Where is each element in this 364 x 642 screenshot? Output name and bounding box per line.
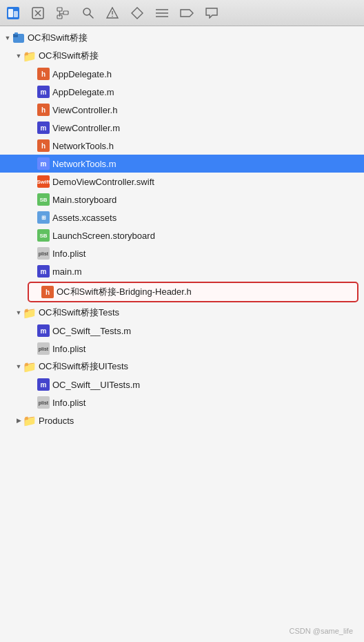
file-viewcontroller-h[interactable]: h ViewController.h	[0, 101, 364, 119]
file-label: Info.plist	[52, 344, 85, 354]
folder-products-label: Products	[39, 416, 74, 426]
folder-uitests-disclosure[interactable]	[14, 362, 23, 371]
folder-main-item[interactable]: 📁 OC和Swift桥接	[0, 47, 364, 65]
file-label: DemoViewController.swift	[52, 177, 154, 187]
h-icon: h	[37, 68, 50, 80]
folder-uitests-icon: 📁	[23, 360, 36, 373]
folder-products-disclosure[interactable]	[14, 416, 23, 425]
search-icon[interactable]	[80, 6, 95, 21]
file-label: OC和Swift桥接-Bridging-Header.h	[57, 286, 192, 298]
h-icon: h	[41, 286, 54, 298]
m-icon: m	[37, 121, 50, 134]
storyboard-icon: SB	[37, 193, 50, 206]
file-networktools-h[interactable]: h NetworkTools.h	[0, 137, 364, 155]
file-appdelegate-m[interactable]: m AppDelegate.m	[0, 83, 364, 101]
plist-icon: plist	[37, 247, 50, 260]
file-label: ViewController.h	[52, 105, 117, 115]
folder-products-item[interactable]: 📁 Products	[0, 411, 364, 429]
file-label: AppDelegate.m	[52, 87, 114, 97]
m-icon: m	[37, 86, 50, 98]
m-icon: m	[37, 265, 50, 278]
toolbar	[0, 0, 364, 26]
svg-rect-1	[8, 9, 13, 17]
folder-tests-icon: 📁	[23, 307, 36, 319]
svg-rect-8	[63, 11, 68, 14]
highlighted-bridging-header-wrapper: h OC和Swift桥接-Bridging-Header.h	[28, 282, 358, 302]
folder-products-icon: 📁	[23, 414, 36, 427]
file-main-storyboard[interactable]: SB Main.storyboard	[0, 191, 364, 208]
file-label: main.m	[52, 266, 82, 277]
file-bridging-header[interactable]: h OC和Swift桥接-Bridging-Header.h	[29, 283, 357, 301]
file-label: Info.plist	[52, 398, 85, 408]
folder-main-icon: 📁	[23, 50, 36, 62]
folder-tests-item[interactable]: 📁 OC和Swift桥接Tests	[0, 304, 364, 322]
folder-tests-label: OC和Swift桥接Tests	[39, 307, 119, 319]
svg-marker-15	[132, 8, 143, 19]
file-tree: OC和Swift桥接 📁 OC和Swift桥接 h AppDelegate.h …	[0, 26, 364, 642]
file-viewcontroller-m[interactable]: m ViewController.m	[0, 119, 364, 137]
folder-main-label: OC和Swift桥接	[39, 50, 99, 62]
project-root-item[interactable]: OC和Swift桥接	[0, 29, 364, 47]
project-label: OC和Swift桥接	[28, 32, 88, 44]
file-uitests-m[interactable]: m OC_Swift__UITests.m	[0, 376, 364, 393]
comment-icon[interactable]	[204, 6, 219, 21]
file-label: NetworkTools.m	[52, 159, 116, 169]
svg-rect-21	[14, 32, 18, 35]
folder-uitests-item[interactable]: 📁 OC和Swift桥接UITests	[0, 358, 364, 376]
folder-nav-icon[interactable]	[6, 6, 21, 21]
alert-triangle-icon[interactable]	[105, 6, 120, 21]
plist-icon: plist	[37, 396, 50, 409]
list-lines-icon[interactable]	[154, 6, 170, 21]
file-main-m[interactable]: m main.m	[0, 262, 364, 280]
tag-icon[interactable]	[179, 6, 194, 21]
watermark: CSDN @same_life	[290, 627, 353, 635]
file-info-plist-2[interactable]: plist Info.plist	[0, 340, 364, 358]
storyboard-icon: SB	[37, 229, 50, 242]
folder-tests-disclosure[interactable]	[14, 308, 23, 318]
project-icon	[12, 32, 25, 44]
m-icon: m	[37, 324, 50, 337]
file-label: Assets.xcassets	[52, 213, 117, 223]
file-tests-m[interactable]: m OC_Swift__Tests.m	[0, 322, 364, 340]
file-label: NetworkTools.h	[52, 141, 114, 151]
svg-rect-6	[57, 8, 62, 11]
h-icon: h	[37, 104, 50, 116]
xcassets-icon: ⊞	[37, 211, 50, 224]
plist-icon: plist	[37, 342, 50, 355]
warning-icon[interactable]	[30, 6, 46, 21]
file-label: Main.storyboard	[52, 195, 117, 205]
swift-icon: Swift	[37, 175, 50, 188]
m-icon: m	[37, 378, 50, 391]
file-assets-xcassets[interactable]: ⊞ Assets.xcassets	[0, 208, 364, 226]
svg-line-12	[90, 14, 93, 18]
file-label: Info.plist	[52, 249, 85, 259]
file-label: ViewController.m	[52, 123, 120, 133]
file-label: OC_Swift__UITests.m	[52, 380, 140, 390]
file-info-plist-3[interactable]: plist Info.plist	[0, 393, 364, 411]
file-label: AppDelegate.h	[52, 69, 112, 79]
file-info-plist-1[interactable]: plist Info.plist	[0, 244, 364, 262]
svg-point-14	[112, 16, 113, 17]
hierarchy-icon[interactable]	[55, 6, 70, 21]
file-appdelegate-h[interactable]: h AppDelegate.h	[0, 65, 364, 83]
file-demoviewcontroller-swift[interactable]: Swift DemoViewController.swift	[0, 173, 364, 191]
folder-main-disclosure[interactable]	[14, 51, 23, 61]
h-icon: h	[37, 139, 50, 152]
file-networktools-m[interactable]: m NetworkTools.m	[0, 155, 364, 173]
file-launchscreen-storyboard[interactable]: SB LaunchScreen.storyboard	[0, 226, 364, 244]
folder-uitests-label: OC和Swift桥接UITests	[39, 360, 128, 373]
svg-rect-2	[14, 11, 18, 17]
diff-icon[interactable]	[130, 6, 145, 21]
m-icon: m	[37, 157, 50, 170]
file-label: LaunchScreen.storyboard	[52, 231, 155, 241]
project-disclosure[interactable]	[3, 33, 12, 43]
file-label: OC_Swift__Tests.m	[52, 326, 131, 336]
